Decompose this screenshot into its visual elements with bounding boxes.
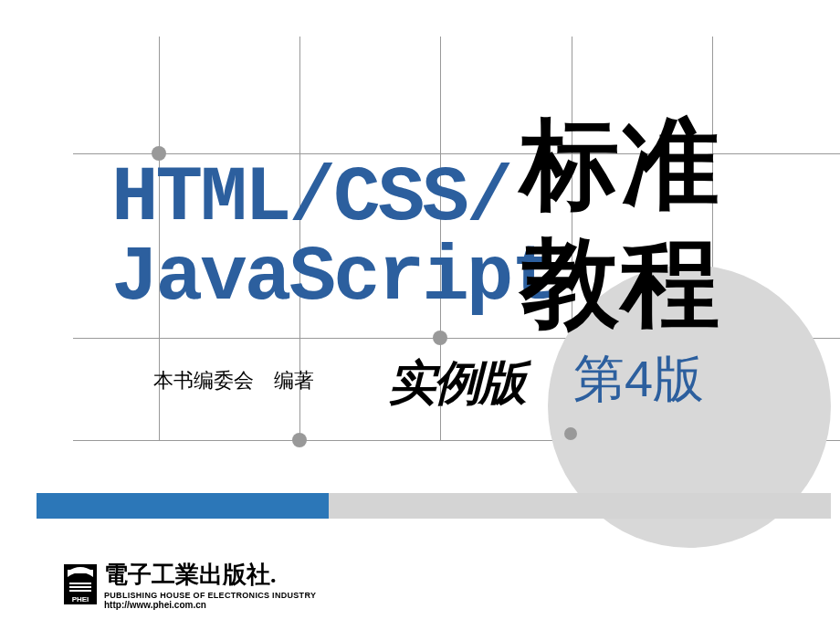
title-chinese-line1: 标准 — [520, 99, 721, 232]
divider-bar-gray — [329, 493, 831, 519]
cover-grid-area: HTML/CSS/ JavaScript 标准 教程 本书编委会 编著 实例版 … — [37, 18, 831, 447]
publisher-text-block: 電子工業出版社. PUBLISHING HOUSE OF ELECTRONICS… — [104, 559, 316, 610]
example-edition-label: 实例版 — [388, 352, 525, 415]
title-english-line1: HTML/CSS/ — [111, 153, 510, 243]
edition-number-label: 第4版 — [573, 345, 704, 415]
svg-text:PHEI: PHEI — [72, 595, 89, 604]
publisher-name-cn: 電子工業出版社. — [104, 559, 316, 591]
divider-bar-blue — [37, 493, 329, 519]
publisher-logo-icon: PHEI — [64, 564, 97, 604]
grid-dot — [564, 427, 577, 440]
author-credit: 本书编委会 编著 — [153, 367, 314, 394]
publisher-url: http://www.phei.com.cn — [104, 600, 316, 610]
grid-dot — [292, 433, 307, 447]
title-english-line2: JavaScript — [111, 233, 555, 322]
publisher-block: PHEI 電子工業出版社. PUBLISHING HOUSE OF ELECTR… — [64, 559, 316, 610]
publisher-name-en: PUBLISHING HOUSE OF ELECTRONICS INDUSTRY — [104, 591, 316, 600]
grid-dot — [433, 331, 447, 345]
title-chinese-line2: 教程 — [520, 217, 721, 351]
